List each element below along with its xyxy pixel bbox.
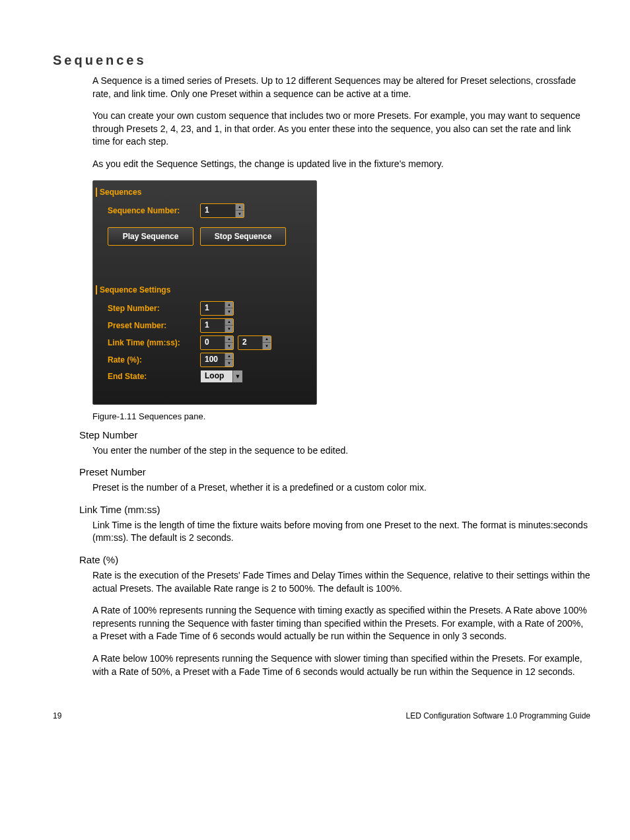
body-paragraph: You enter the number of the step in the …	[53, 444, 590, 458]
step-number-value: 1	[201, 302, 225, 315]
spinner-buttons[interactable]: ▲▼	[235, 204, 244, 217]
body-paragraph: A Rate below 100% represents running the…	[53, 652, 590, 678]
link-time-ss-spinner[interactable]: 2 ▲▼	[238, 335, 271, 350]
figure-caption: Figure-1.11 Sequences pane.	[92, 411, 590, 421]
group-title-sequence-settings: Sequence Settings	[96, 285, 307, 295]
page-number: 19	[53, 711, 61, 720]
subheading-rate: Rate (%)	[79, 554, 590, 565]
spinner-buttons[interactable]: ▲▼	[225, 336, 233, 349]
chevron-up-icon[interactable]: ▲	[225, 302, 233, 309]
chevron-up-icon[interactable]: ▲	[225, 353, 233, 361]
end-state-dropdown[interactable]: Loop ▼	[200, 370, 243, 383]
sequence-number-spinner[interactable]: 1 ▲▼	[200, 203, 244, 218]
chevron-down-icon[interactable]: ▼	[225, 360, 233, 367]
body-paragraph: Link Time is the length of time the fixt…	[53, 519, 590, 545]
preset-number-label: Preset Number:	[102, 321, 200, 330]
chevron-down-icon[interactable]: ▼	[263, 343, 271, 349]
stop-sequence-button[interactable]: Stop Sequence	[200, 227, 286, 246]
step-number-spinner[interactable]: 1 ▲▼	[200, 301, 234, 316]
end-state-label: End State:	[102, 372, 200, 381]
body-paragraph: You can create your own custom sequence …	[53, 110, 590, 149]
subheading-step-number: Step Number	[79, 429, 590, 440]
footer-title: LED Configuration Software 1.0 Programmi…	[406, 711, 590, 720]
chevron-down-icon[interactable]: ▼	[236, 211, 244, 217]
spinner-buttons[interactable]: ▲▼	[225, 302, 233, 315]
chevron-up-icon[interactable]: ▲	[225, 336, 233, 343]
subheading-link-time: Link Time (mm:ss)	[79, 504, 590, 515]
chevron-up-icon[interactable]: ▲	[225, 319, 233, 326]
sequence-number-value: 1	[201, 204, 235, 217]
rate-value: 100	[201, 353, 225, 367]
chevron-down-icon[interactable]: ▼	[225, 343, 233, 349]
chevron-down-icon[interactable]: ▼	[232, 370, 242, 382]
preset-number-spinner[interactable]: 1 ▲▼	[200, 318, 234, 333]
end-state-value: Loop	[201, 370, 232, 382]
body-paragraph: Rate is the execution of the Presets' Fa…	[53, 569, 590, 595]
chevron-down-icon[interactable]: ▼	[225, 326, 233, 332]
rate-label: Rate (%):	[102, 355, 200, 365]
step-number-label: Step Number:	[102, 304, 200, 313]
spinner-buttons[interactable]: ▲▼	[225, 319, 233, 332]
chevron-up-icon[interactable]: ▲	[263, 336, 271, 343]
rate-spinner[interactable]: 100 ▲▼	[200, 353, 234, 367]
link-time-mm-value: 0	[201, 336, 225, 349]
link-time-mm-spinner[interactable]: 0 ▲▼	[200, 335, 234, 350]
link-time-label: Link Time (mm:ss):	[102, 338, 200, 347]
section-heading: Sequences	[53, 53, 590, 68]
preset-number-value: 1	[201, 319, 225, 332]
spinner-buttons[interactable]: ▲▼	[262, 336, 271, 349]
sequence-number-label: Sequence Number:	[102, 206, 200, 215]
subheading-preset-number: Preset Number	[79, 466, 590, 477]
group-title-sequences: Sequences	[96, 188, 307, 197]
play-sequence-button[interactable]: Play Sequence	[108, 227, 193, 246]
body-paragraph: A Rate of 100% represents running the Se…	[53, 604, 590, 643]
chevron-up-icon[interactable]: ▲	[236, 204, 244, 211]
page-footer: 19 LED Configuration Software 1.0 Progra…	[53, 711, 590, 720]
chevron-down-icon[interactable]: ▼	[225, 308, 233, 315]
sequences-panel: Sequences Sequence Number: 1 ▲▼ Play Seq…	[92, 180, 317, 405]
sequences-panel-figure: Sequences Sequence Number: 1 ▲▼ Play Seq…	[53, 180, 590, 421]
body-paragraph: A Sequence is a timed series of Presets.…	[53, 75, 590, 100]
body-paragraph: As you edit the Sequence Settings, the c…	[53, 158, 590, 171]
link-time-ss-value: 2	[238, 336, 262, 349]
spinner-buttons[interactable]: ▲▼	[225, 353, 233, 367]
body-paragraph: Preset is the number of a Preset, whethe…	[53, 481, 590, 495]
